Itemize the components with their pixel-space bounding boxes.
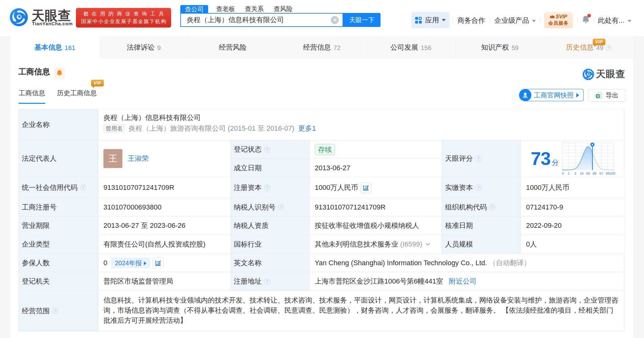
nav-user-menu[interactable]: 此处有...: [598, 16, 631, 25]
auto-translate-note: （自动翻译）: [489, 258, 531, 268]
tab-label: 知识产权: [481, 43, 509, 52]
field-label: 英文名称: [231, 254, 310, 272]
bell-icon: [56, 70, 63, 77]
subtab-business-info[interactable]: 工商信息: [19, 89, 45, 104]
notification-bell-button[interactable]: [582, 15, 590, 25]
section-title: 工商信息: [18, 66, 50, 77]
monitor-bell-button[interactable]: [54, 67, 65, 79]
help-icon[interactable]: ?: [264, 279, 270, 285]
search-tab-company[interactable]: 查公司: [180, 5, 208, 13]
reg-address-cell: 上海市普陀区金沙江路1006号第6幢441室 附近公司: [310, 272, 625, 291]
field-label: 注册资本?: [231, 177, 310, 198]
table-row-reg-authority: 登记机关 普陀区市场监督管理局 注册地址? 上海市普陀区金沙江路1006号第6幢…: [19, 272, 625, 291]
insured-count-value: 0: [103, 259, 107, 267]
help-icon[interactable]: ?: [475, 156, 481, 162]
tab-basic-info[interactable]: 基本信息 161: [10, 36, 99, 59]
tab-company-development[interactable]: 公司发展 156: [367, 36, 455, 59]
export-button[interactable]: 导出: [589, 89, 625, 102]
former-name-tag: 曾用名: [103, 124, 125, 133]
nav-apps-button[interactable]: 应用: [411, 12, 449, 28]
former-name-line: 曾用名 炎程（上海）旅游咨询有限公司 (2015-01 至 2016-07) 更…: [103, 124, 316, 133]
table-row-credit-code: 统一社会信用代码? 91310107071241709R 注册资本? 1000万…: [19, 177, 625, 198]
nav-enterprise-link[interactable]: 企业级产品: [494, 16, 536, 25]
legal-rep-avatar[interactable]: 王: [103, 149, 122, 168]
org-code-cell: 07124170-9: [521, 198, 625, 216]
reg-capital-value: 1000万人民币: [315, 183, 358, 192]
help-icon[interactable]: ?: [264, 147, 270, 153]
credit-code-cell: 91310107071241709R: [98, 177, 231, 198]
tab-intellectual-property[interactable]: 知识产权 59: [455, 36, 544, 59]
tab-legal-proceedings[interactable]: 法律诉讼 9: [99, 36, 188, 59]
help-icon[interactable]: ?: [278, 204, 284, 210]
help-icon[interactable]: ?: [606, 45, 612, 51]
business-scope-cell: 信息科技、计算机科技专业领域内的技术开发、技术转让、技术咨询、技术服务，平面设计…: [98, 291, 625, 331]
table-row-business-term: 营业期限 2013-06-27 至 2023-06-26 纳税人资质 按征收率征…: [19, 216, 625, 235]
nav-divider: [540, 17, 541, 23]
reg-authority-cell: 普陀区市场监督管理局: [98, 272, 231, 291]
nav-user-label: 此处有...: [598, 16, 624, 24]
help-icon[interactable]: ?: [52, 308, 58, 314]
field-label: 法定代表人: [19, 140, 98, 177]
insured-trend-button[interactable]: [153, 258, 164, 268]
reg-number-cell: 310107000693800: [98, 198, 231, 216]
company-type-cell: 有限责任公司(自然人投资或控股): [98, 235, 231, 254]
table-row-legal-rep: 法定代表人 王 王淑荣 登记状态? 存续 成立日期 2013-06-27 天眼评…: [19, 140, 625, 177]
field-label: 纳税人识别号?: [231, 198, 310, 216]
chart-tick: 99: [605, 172, 609, 175]
tab-operating-info[interactable]: 经营信息 72: [277, 36, 366, 59]
score-distribution-chart[interactable]: 0 1 3 15 50 85 97 99 100: [562, 142, 616, 176]
field-label: 人员规模: [442, 235, 521, 254]
nav-cooperation-link[interactable]: 商务合作: [457, 16, 485, 25]
chevron-down-icon[interactable]: [425, 243, 430, 246]
slogan-line2: 国家中小企业发展子基金旗下机构: [76, 18, 171, 25]
slogan-line1: 都在用的商业查询工具: [76, 10, 171, 18]
legal-rep-link[interactable]: 王淑荣: [128, 154, 149, 163]
nav-apps-label: 应用: [425, 16, 439, 25]
help-icon[interactable]: ?: [80, 185, 86, 191]
more-former-names-link[interactable]: 更多1: [298, 124, 316, 133]
annual-report-badge[interactable]: 2024年报: [111, 258, 150, 268]
search-input[interactable]: [181, 16, 331, 24]
tianyancha-logo-icon[interactable]: [10, 8, 28, 26]
stamp-icon: [519, 89, 531, 101]
chart-tick: 0: [562, 172, 564, 175]
business-scope-text: 信息科技、计算机科技专业领域内的技术开发、技术转让、技术咨询、技术服务，平面设计…: [103, 295, 619, 326]
svip-service-label: 会员服务: [544, 20, 573, 26]
chevron-down-icon: [628, 20, 631, 22]
search-tab-risk[interactable]: 查风险: [274, 5, 293, 13]
field-label: 营业期限: [19, 216, 98, 235]
svip-member-button[interactable]: SVIP 会员服务: [544, 12, 573, 28]
apps-grid-icon: [415, 17, 422, 24]
nearby-companies-link[interactable]: 附近公司: [449, 277, 477, 286]
table-row-company-type: 企业类型 有限责任公司(自然人投资或控股) 国标行业 其他未列明信息技术服务业 …: [19, 235, 625, 254]
official-snapshot-button[interactable]: 工商官网快照: [519, 89, 584, 101]
trend-chart-icon: [363, 185, 369, 191]
subtab-label: 历史工商信息: [57, 89, 97, 97]
field-label-text: 实缴资本: [445, 183, 473, 192]
english-name-cell: Yan Cheng (Shanghai) Information Technol…: [310, 254, 625, 272]
help-icon[interactable]: ?: [475, 185, 481, 191]
watermark-logo: 天眼查: [583, 68, 625, 81]
capital-trend-button[interactable]: [361, 182, 371, 193]
status-badge: 存续: [315, 144, 335, 155]
subtab-history-business-info[interactable]: 历史工商信息 VIP: [57, 89, 97, 104]
field-label: 天眼评分?: [442, 140, 521, 177]
page-tabbar: 基本信息 161 法律诉讼 9 经营风险 经营信息 72 公司发展 156 知识…: [10, 36, 633, 59]
business-info-table: 企业名称 炎程（上海）信息科技有限公司 曾用名 炎程（上海）旅游咨询有限公司 (…: [18, 109, 625, 331]
reg-capital-cell: 1000万人民币: [310, 177, 442, 198]
chevron-down-icon: [532, 20, 536, 22]
search-button[interactable]: 天眼一下: [343, 13, 381, 27]
search-tab-relation[interactable]: 查关系: [245, 5, 264, 13]
search-box: ✕: [180, 13, 343, 27]
search-clear-icon[interactable]: ✕: [331, 16, 339, 24]
nav-enterprise-label: 企业级产品: [494, 16, 529, 24]
help-icon[interactable]: ?: [264, 185, 270, 191]
field-label: 工商注册号: [19, 198, 98, 216]
tab-operating-risk[interactable]: 经营风险: [189, 36, 277, 59]
score-value: 73: [531, 149, 551, 168]
help-icon[interactable]: ?: [489, 204, 495, 210]
tab-history-info[interactable]: 历史信息 49 ? VIP: [545, 36, 633, 59]
field-label-text: 经营范围: [22, 306, 50, 316]
search-tab-boss[interactable]: 查老板: [216, 5, 235, 13]
field-label: 成立日期: [231, 159, 310, 177]
